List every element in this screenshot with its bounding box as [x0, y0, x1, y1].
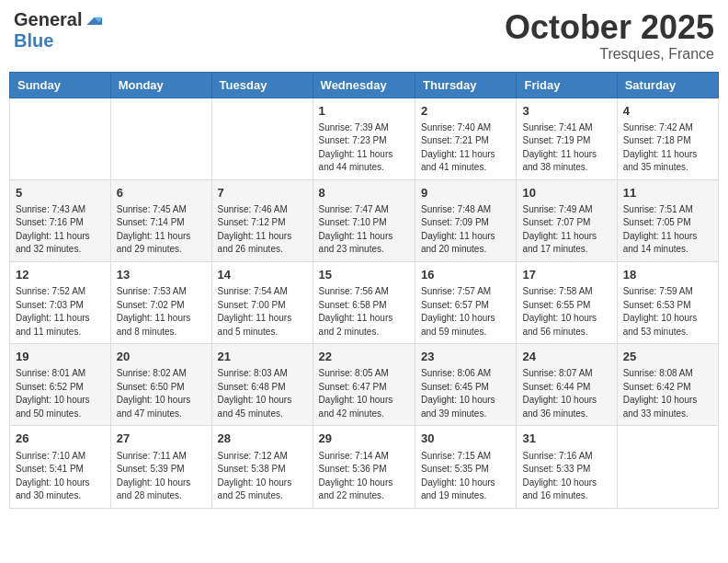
calendar-cell: 19Sunrise: 8:01 AMSunset: 6:52 PMDayligh… [10, 344, 111, 426]
calendar-table: SundayMondayTuesdayWednesdayThursdayFrid… [9, 72, 719, 509]
calendar-week-row: 5Sunrise: 7:43 AMSunset: 7:16 PMDaylight… [10, 179, 719, 261]
day-number: 19 [16, 349, 105, 365]
calendar-week-row: 26Sunrise: 7:10 AMSunset: 5:41 PMDayligh… [10, 426, 719, 508]
day-number: 21 [218, 349, 307, 365]
calendar-cell [110, 98, 211, 179]
day-info: Sunrise: 7:56 AMSunset: 6:58 PMDaylight:… [319, 285, 409, 339]
day-number: 25 [623, 349, 712, 365]
day-info: Sunrise: 7:58 AMSunset: 6:55 PMDaylight:… [522, 285, 610, 339]
day-header-sunday: Sunday [10, 72, 111, 98]
day-info: Sunrise: 8:05 AMSunset: 6:47 PMDaylight:… [319, 367, 409, 420]
day-number: 2 [421, 103, 510, 120]
calendar-cell: 22Sunrise: 8:05 AMSunset: 6:47 PMDayligh… [313, 344, 415, 426]
calendar-header-row: SundayMondayTuesdayWednesdayThursdayFrid… [10, 72, 719, 98]
day-info: Sunrise: 8:07 AMSunset: 6:44 PMDaylight:… [522, 367, 610, 420]
day-info: Sunrise: 7:16 AMSunset: 5:33 PMDaylight:… [522, 450, 610, 503]
calendar-cell: 30Sunrise: 7:15 AMSunset: 5:35 PMDayligh… [415, 426, 517, 508]
day-header-monday: Monday [110, 72, 211, 98]
calendar-cell: 11Sunrise: 7:51 AMSunset: 7:05 PMDayligh… [617, 179, 718, 261]
day-header-tuesday: Tuesday [211, 72, 313, 98]
day-info: Sunrise: 7:40 AMSunset: 7:21 PMDaylight:… [421, 121, 510, 175]
location-title: Tresques, France [505, 46, 714, 63]
calendar-cell: 31Sunrise: 7:16 AMSunset: 5:33 PMDayligh… [517, 426, 617, 508]
day-number: 12 [16, 267, 105, 283]
calendar-cell: 18Sunrise: 7:59 AMSunset: 6:53 PMDayligh… [617, 261, 718, 343]
day-number: 24 [522, 349, 610, 365]
day-info: Sunrise: 7:41 AMSunset: 7:19 PMDaylight:… [522, 121, 610, 175]
day-number: 28 [218, 431, 307, 447]
calendar-cell: 10Sunrise: 7:49 AMSunset: 7:07 PMDayligh… [517, 179, 617, 261]
day-number: 5 [16, 185, 105, 201]
calendar-cell: 25Sunrise: 8:08 AMSunset: 6:42 PMDayligh… [617, 344, 718, 426]
day-info: Sunrise: 7:57 AMSunset: 6:57 PMDaylight:… [421, 285, 510, 339]
day-info: Sunrise: 8:06 AMSunset: 6:45 PMDaylight:… [421, 367, 510, 420]
day-number: 30 [421, 431, 510, 447]
day-number: 14 [218, 267, 307, 283]
calendar-cell: 7Sunrise: 7:46 AMSunset: 7:12 PMDaylight… [211, 179, 313, 261]
logo-general-text: General [14, 9, 82, 30]
day-number: 22 [319, 349, 409, 365]
calendar-cell: 9Sunrise: 7:48 AMSunset: 7:09 PMDaylight… [415, 179, 517, 261]
day-info: Sunrise: 7:12 AMSunset: 5:38 PMDaylight:… [218, 450, 307, 503]
day-info: Sunrise: 7:53 AMSunset: 7:02 PMDaylight:… [117, 285, 206, 339]
day-info: Sunrise: 7:48 AMSunset: 7:09 PMDaylight:… [421, 203, 510, 257]
day-info: Sunrise: 7:51 AMSunset: 7:05 PMDaylight:… [623, 203, 712, 257]
calendar-cell: 16Sunrise: 7:57 AMSunset: 6:57 PMDayligh… [415, 261, 517, 343]
day-number: 1 [319, 103, 409, 120]
day-number: 4 [623, 103, 712, 120]
calendar-cell [211, 98, 313, 179]
day-info: Sunrise: 7:47 AMSunset: 7:10 PMDaylight:… [319, 203, 409, 257]
calendar-cell: 5Sunrise: 7:43 AMSunset: 7:16 PMDaylight… [10, 179, 111, 261]
calendar-week-row: 1Sunrise: 7:39 AMSunset: 7:23 PMDaylight… [10, 98, 719, 179]
day-number: 8 [319, 185, 409, 201]
day-info: Sunrise: 8:03 AMSunset: 6:48 PMDaylight:… [218, 367, 307, 420]
calendar-cell: 15Sunrise: 7:56 AMSunset: 6:58 PMDayligh… [313, 261, 415, 343]
calendar-cell: 3Sunrise: 7:41 AMSunset: 7:19 PMDaylight… [517, 98, 617, 179]
calendar-cell: 4Sunrise: 7:42 AMSunset: 7:18 PMDaylight… [617, 98, 718, 179]
day-header-thursday: Thursday [415, 72, 517, 98]
day-number: 13 [117, 267, 206, 283]
day-header-wednesday: Wednesday [313, 72, 415, 98]
calendar-cell: 24Sunrise: 8:07 AMSunset: 6:44 PMDayligh… [517, 344, 617, 426]
calendar-cell: 14Sunrise: 7:54 AMSunset: 7:00 PMDayligh… [211, 261, 313, 343]
day-info: Sunrise: 7:59 AMSunset: 6:53 PMDaylight:… [623, 285, 712, 339]
calendar-cell: 23Sunrise: 8:06 AMSunset: 6:45 PMDayligh… [415, 344, 517, 426]
day-number: 9 [421, 185, 510, 201]
day-info: Sunrise: 7:10 AMSunset: 5:41 PMDaylight:… [16, 450, 105, 503]
page-header: General Blue October 2025 Tresques, Fran… [9, 9, 719, 63]
day-number: 29 [319, 431, 409, 447]
calendar-cell: 2Sunrise: 7:40 AMSunset: 7:21 PMDaylight… [415, 98, 517, 179]
day-header-friday: Friday [517, 72, 617, 98]
calendar-cell [617, 426, 718, 508]
calendar-cell [10, 98, 111, 179]
day-info: Sunrise: 7:54 AMSunset: 7:00 PMDaylight:… [218, 285, 307, 339]
calendar-cell: 8Sunrise: 7:47 AMSunset: 7:10 PMDaylight… [313, 179, 415, 261]
day-info: Sunrise: 7:39 AMSunset: 7:23 PMDaylight:… [319, 121, 409, 175]
day-number: 18 [623, 267, 712, 283]
calendar-cell: 6Sunrise: 7:45 AMSunset: 7:14 PMDaylight… [110, 179, 211, 261]
logo: General Blue [14, 9, 102, 52]
day-number: 23 [421, 349, 510, 365]
calendar-week-row: 12Sunrise: 7:52 AMSunset: 7:03 PMDayligh… [10, 261, 719, 343]
day-header-saturday: Saturday [617, 72, 718, 98]
day-info: Sunrise: 7:14 AMSunset: 5:36 PMDaylight:… [319, 450, 409, 503]
day-info: Sunrise: 8:08 AMSunset: 6:42 PMDaylight:… [623, 367, 712, 420]
day-number: 27 [117, 431, 206, 447]
day-number: 6 [117, 185, 206, 201]
calendar-cell: 27Sunrise: 7:11 AMSunset: 5:39 PMDayligh… [110, 426, 211, 508]
calendar-cell: 20Sunrise: 8:02 AMSunset: 6:50 PMDayligh… [110, 344, 211, 426]
day-info: Sunrise: 7:52 AMSunset: 7:03 PMDaylight:… [16, 285, 105, 339]
day-number: 20 [117, 349, 206, 365]
calendar-cell: 26Sunrise: 7:10 AMSunset: 5:41 PMDayligh… [10, 426, 111, 508]
day-info: Sunrise: 7:42 AMSunset: 7:18 PMDaylight:… [623, 121, 712, 175]
day-number: 31 [522, 431, 610, 447]
day-number: 10 [522, 185, 610, 201]
day-info: Sunrise: 8:02 AMSunset: 6:50 PMDaylight:… [117, 367, 206, 420]
day-info: Sunrise: 7:45 AMSunset: 7:14 PMDaylight:… [117, 203, 206, 257]
calendar-cell: 17Sunrise: 7:58 AMSunset: 6:55 PMDayligh… [517, 261, 617, 343]
day-info: Sunrise: 7:43 AMSunset: 7:16 PMDaylight:… [16, 203, 105, 257]
day-number: 26 [16, 431, 105, 447]
calendar-cell: 1Sunrise: 7:39 AMSunset: 7:23 PMDaylight… [313, 98, 415, 179]
logo-blue-text: Blue [14, 30, 53, 52]
month-title: October 2025 [505, 9, 714, 46]
